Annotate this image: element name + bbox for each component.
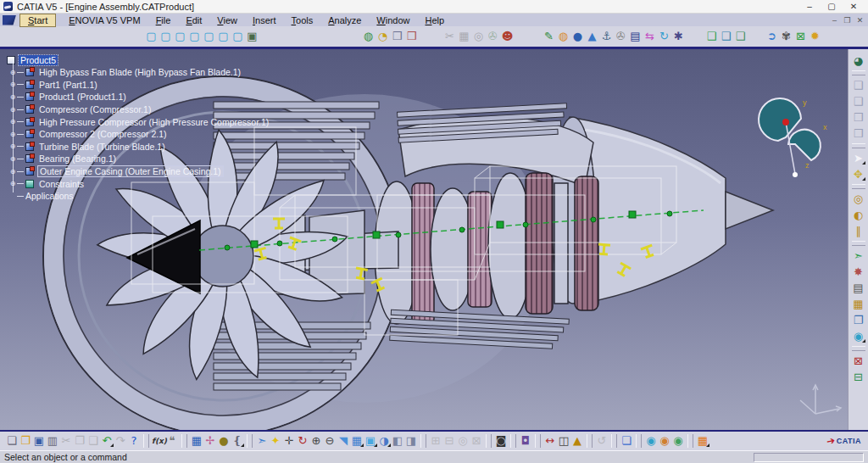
macro-window-icon[interactable]: ▦: [190, 433, 203, 449]
select-icon[interactable]: ➤: [851, 150, 865, 166]
tree-expander[interactable]: ⊕: [8, 93, 17, 101]
anchor-icon[interactable]: ⚓: [599, 29, 614, 44]
tree-expander[interactable]: ⊕: [8, 142, 17, 150]
tree-item-product1-product1-1[interactable]: ⊕Product1 (Product1.1): [9, 91, 270, 103]
tree-item-label[interactable]: Turbine Blade (Turbine Blade.1): [37, 142, 167, 152]
knowledgeware-1-icon[interactable]: ◉: [644, 433, 658, 449]
update-icon[interactable]: ↺: [595, 433, 609, 449]
menu-enovia-v5-vpm[interactable]: ENOVIA V5 VPM: [61, 14, 147, 26]
gears-icon[interactable]: ✾: [779, 29, 793, 44]
tree-item-turbine-blade-turbine-blade-1[interactable]: ⊕Turbine Blade (Turbine Blade.1): [9, 141, 270, 153]
view-cube-5-icon[interactable]: ▢: [202, 29, 216, 44]
clash-analysis-icon[interactable]: ⊠: [851, 353, 865, 369]
import-icon[interactable]: ❑: [719, 29, 733, 44]
swap-arrows-icon[interactable]: ⇆: [643, 29, 657, 44]
hide-show-icon[interactable]: ⊞: [429, 433, 442, 449]
preview-icon[interactable]: ◎: [471, 29, 486, 44]
workbook-red-icon[interactable]: ❒: [404, 29, 419, 44]
menu-file[interactable]: File: [148, 14, 179, 26]
tree-expander[interactable]: ⊕: [8, 69, 17, 76]
tree-item-label[interactable]: High Bypass Fan Blade (High Bypass Fan B…: [37, 67, 242, 77]
print-icon[interactable]: ▥: [46, 433, 59, 449]
manipulate-icon[interactable]: ✥: [851, 166, 865, 182]
menu-analyze[interactable]: Analyze: [320, 14, 369, 26]
contact-constraint-icon[interactable]: ◐: [851, 207, 865, 223]
view-cube-4-icon[interactable]: ▢: [187, 29, 202, 44]
rotate-icon[interactable]: ↻: [296, 433, 309, 449]
open-arrow-icon[interactable]: ➲: [765, 29, 779, 44]
cut-icon[interactable]: ✂: [59, 433, 73, 449]
menu-view[interactable]: View: [209, 14, 245, 26]
normal-view-icon[interactable]: ◥: [337, 433, 350, 449]
sectioning-icon[interactable]: ⊟: [851, 369, 865, 385]
tree-item-label[interactable]: Bearing (Bearing.1): [37, 153, 118, 164]
capture-cube-icon[interactable]: ▣: [245, 29, 259, 44]
mdi-close-button[interactable]: ✕: [854, 16, 866, 25]
tree-expander[interactable]: ⊕: [8, 155, 17, 163]
batch-icon[interactable]: ❑: [733, 29, 748, 44]
menu-insert[interactable]: Insert: [245, 14, 284, 26]
tree-expander[interactable]: ⊕: [8, 106, 17, 114]
tree-item-compressor-2-compressor-2-1[interactable]: ⊕Compressor 2 (Compressor 2.1): [9, 128, 270, 141]
compass-free-rotation-handle[interactable]: [782, 119, 789, 126]
tree-expander[interactable]: ⊕: [8, 168, 17, 176]
measure-between-icon[interactable]: ↔: [543, 433, 557, 449]
render-style-icon[interactable]: ◑: [377, 433, 391, 449]
view-cube-7-icon[interactable]: ▢: [231, 29, 245, 44]
refresh-icon[interactable]: ↻: [657, 29, 671, 44]
view-cube-1-icon[interactable]: ▢: [144, 29, 159, 44]
tree-expander[interactable]: ⊕: [8, 131, 17, 138]
lock-icon[interactable]: ●: [217, 433, 231, 449]
new-component-icon[interactable]: ❑: [851, 77, 865, 93]
measure-item-icon[interactable]: ◫: [557, 433, 570, 449]
minimize-button[interactable]: –: [798, 2, 821, 11]
structure-icon[interactable]: ❴: [231, 433, 244, 449]
tree-item-outer-engine-casing-outer-engine-casing-1[interactable]: ⊕Outer Engine Casing (Outer Engine Casin…: [9, 165, 270, 178]
new-part-icon[interactable]: ❒: [851, 109, 865, 126]
quick-views-icon[interactable]: ▦: [350, 433, 364, 449]
command-input-field[interactable]: [754, 453, 864, 462]
depth-effect-icon[interactable]: ⊠: [470, 433, 483, 449]
menu-edit[interactable]: Edit: [178, 14, 209, 26]
new-product-icon[interactable]: ❑: [851, 93, 865, 109]
tree-item-label[interactable]: Outer Engine Casing (Outer Engine Casing…: [37, 165, 224, 177]
publish-person-icon[interactable]: ☻: [500, 29, 515, 44]
fly-mode-icon[interactable]: ➣: [255, 433, 269, 449]
close-button[interactable]: ✕: [843, 2, 865, 11]
tree-item-label[interactable]: Product1 (Product1.1): [37, 92, 128, 102]
gear-asterisk-icon[interactable]: ✱: [671, 29, 686, 44]
iso-view-icon[interactable]: ▣: [364, 433, 377, 449]
compass[interactable]: y x z: [759, 98, 827, 177]
tree-expander[interactable]: ⊕: [8, 81, 17, 88]
paperclip-icon[interactable]: ✇: [614, 29, 628, 44]
enovia-pen-globe-icon[interactable]: ◍: [361, 29, 376, 44]
tree-item-applications[interactable]: Applications: [9, 190, 270, 203]
layers-icon[interactable]: ❏: [620, 433, 633, 449]
swap-space-icon[interactable]: ⊟: [442, 433, 456, 449]
tree-item-label[interactable]: High Pressure Compressor (High Pressure …: [37, 117, 270, 127]
tree-item-label[interactable]: Compressor 2 (Compressor 2.1): [37, 129, 169, 139]
multi-instantiation-icon[interactable]: ▦: [851, 296, 865, 312]
menu-help[interactable]: Help: [418, 14, 453, 26]
menu-start[interactable]: Start: [19, 14, 56, 27]
zoom-out-icon[interactable]: ⊖: [323, 433, 337, 449]
paste-components-icon[interactable]: ❐: [851, 312, 865, 328]
pan-icon[interactable]: ✛: [282, 433, 296, 449]
tree-item-constraints[interactable]: ⊕Constraints: [9, 177, 270, 190]
green-x-box-icon[interactable]: ⊠: [793, 29, 808, 44]
copy-icon[interactable]: ❐: [73, 433, 86, 449]
split-view-2-icon[interactable]: ◨: [404, 433, 418, 449]
split-view-1-icon[interactable]: ◧: [391, 433, 404, 449]
catalog-browser-icon[interactable]: ▤: [851, 280, 865, 296]
offset-constraint-icon[interactable]: ∥: [851, 223, 865, 239]
power-input-icon[interactable]: ▦: [696, 433, 709, 449]
torus-icon[interactable]: ◍: [556, 29, 570, 44]
comment-icon[interactable]: ❝: [165, 433, 179, 449]
link-browser-icon[interactable]: ✢: [203, 433, 217, 449]
tree-item-label[interactable]: Applications: [24, 191, 75, 201]
tree-item-high-pressure-compressor-high-pressure-compressor-1[interactable]: ⊕High Pressure Compressor (High Pressure…: [9, 115, 270, 128]
workbook-icon[interactable]: ❒: [390, 29, 404, 44]
tree-expander[interactable]: ⊕: [8, 180, 17, 187]
existing-component-icon[interactable]: ❒: [851, 126, 865, 142]
tree-item-label[interactable]: Compressor (Compressor.1): [37, 104, 153, 114]
